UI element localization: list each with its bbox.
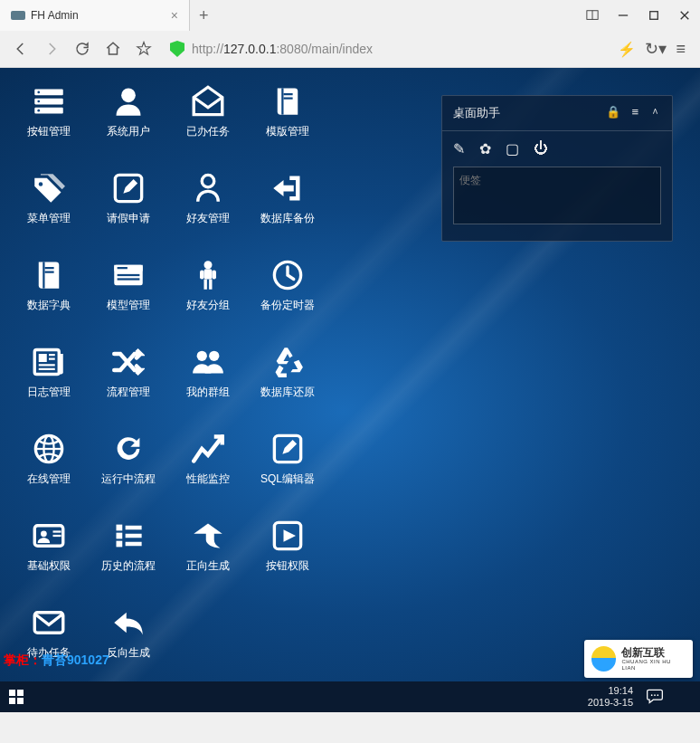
desktop-helper-panel: 桌面助手 🔒 ≡ ＾ ✎ ✿ ▢ ⏻	[441, 95, 673, 242]
desktop-icon-label: 正向生成	[186, 558, 230, 574]
desktop-icon-done-tasks[interactable]: 已办任务	[168, 84, 248, 171]
browser-tab[interactable]: FH Admin ×	[0, 0, 190, 31]
desktop-icon-label: 性能监控	[186, 472, 230, 487]
start-button[interactable]	[0, 690, 33, 704]
desktop-icon-label: 反向生成	[107, 645, 150, 661]
note-textarea[interactable]	[453, 167, 661, 224]
edit-square-icon	[270, 432, 305, 466]
desktop-icon-leave-apply[interactable]: 请假申请	[89, 171, 168, 258]
watermark-avatar-icon	[591, 646, 616, 672]
id-card-icon	[32, 519, 66, 553]
svg-point-58	[651, 694, 653, 696]
close-tab-icon[interactable]: ×	[171, 8, 178, 23]
chat-icon[interactable]	[646, 687, 664, 707]
power-icon[interactable]: ⏻	[534, 140, 548, 157]
collapse-icon[interactable]: ＾	[649, 105, 661, 121]
edit-icon[interactable]: ✎	[453, 140, 465, 157]
desktop-icon-button-manage[interactable]: 按钮管理	[9, 84, 89, 171]
desktop-icon-forward-gen[interactable]: 正向生成	[168, 519, 248, 605]
desktop-icon-button-auth[interactable]: 按钮权限	[248, 519, 327, 605]
forward-button[interactable]	[38, 35, 65, 62]
desktop-icon-history-process[interactable]: 历史的流程	[89, 519, 168, 605]
desktop-icon-online-manage[interactable]: 在线管理	[9, 432, 89, 519]
svg-rect-51	[650, 12, 658, 20]
desktop-icon-label: 日志管理	[27, 385, 71, 400]
desktop-icon-todo-tasks[interactable]: 待办任务	[9, 605, 89, 692]
tab-title: FH Admin	[31, 9, 79, 22]
line-icon	[191, 432, 225, 466]
tab-bar: FH Admin × +	[0, 0, 700, 31]
desktop-icon-label: 按钮权限	[266, 558, 309, 574]
shield-icon	[170, 41, 184, 57]
desktop-icon-reverse-gen[interactable]: 反向生成	[89, 605, 168, 692]
svg-rect-57	[17, 698, 24, 704]
male-icon	[191, 258, 225, 292]
desktop-icon-db-backup[interactable]: 数据库备份	[248, 171, 327, 258]
clock-icon	[270, 258, 305, 292]
desktop-icon-base-auth[interactable]: 基础权限	[9, 519, 89, 605]
desktop-icon-backup-timer[interactable]: 备份定时器	[248, 258, 327, 345]
refresh-icon	[111, 432, 146, 466]
reload-button[interactable]	[69, 35, 96, 62]
lock-icon[interactable]: 🔒	[606, 105, 620, 121]
desktop-icon-label: 数据库备份	[260, 211, 315, 226]
desktop-icon-process-manage[interactable]: 流程管理	[89, 345, 168, 432]
taskbar-datetime[interactable]: 19:14 2019-3-15	[588, 685, 633, 709]
window-minimize-icon[interactable]	[608, 4, 639, 27]
signin-icon	[270, 171, 305, 205]
desktop-icon-data-dict[interactable]: 数据字典	[9, 258, 89, 345]
desktop-icon-sql-editor[interactable]: SQL编辑器	[248, 432, 327, 519]
play-square-icon	[270, 519, 305, 553]
home-button[interactable]	[99, 35, 127, 62]
desktop-icon-label: 我的群组	[186, 385, 230, 400]
gear-icon[interactable]: ✿	[479, 140, 491, 157]
svg-rect-55	[17, 690, 24, 696]
desktop-icon-model-manage[interactable]: 模型管理	[89, 258, 168, 345]
window-read-mode-icon[interactable]	[577, 4, 608, 27]
desktop-icon-menu-manage[interactable]: 菜单管理	[9, 171, 89, 258]
new-tab-button[interactable]: +	[190, 6, 218, 25]
desktop-icon-label: SQL编辑器	[260, 472, 315, 487]
stop-icon[interactable]: ▢	[506, 140, 519, 157]
url-text: http://127.0.0.1:8080/main/index	[192, 42, 373, 56]
desktop-icon-label: 数据库还原	[260, 385, 315, 400]
envelope-icon	[32, 605, 66, 640]
tab-favicon-icon	[11, 11, 25, 20]
helper-title: 桌面助手	[453, 105, 606, 121]
desktop-icon-label: 数据字典	[27, 298, 71, 313]
tags-icon	[32, 171, 66, 205]
window-close-icon[interactable]	[669, 4, 700, 27]
taskbar: 19:14 2019-3-15	[0, 681, 700, 712]
favorite-button[interactable]	[130, 35, 157, 62]
desktop-icon-running-process[interactable]: 运行中流程	[89, 432, 168, 519]
list-icon[interactable]: ≡	[631, 105, 639, 121]
window-maximize-icon[interactable]	[639, 4, 669, 27]
desktop-icon-label: 请假申请	[107, 211, 150, 226]
desktop-icon-label: 菜单管理	[27, 211, 71, 226]
desktop-icon-label: 好友分组	[186, 298, 230, 313]
settings-dropdown-icon[interactable]: ↻▾	[645, 39, 667, 59]
watermark-logo: 创新互联 CHUANG XIN HU LIAN	[584, 640, 693, 678]
desktop-icon-perf-monitor[interactable]: 性能监控	[168, 432, 248, 519]
panel-icon	[111, 258, 146, 292]
desktop-icon-system-user[interactable]: 系统用户	[89, 84, 168, 171]
desktop-icon-log-manage[interactable]: 日志管理	[9, 345, 89, 432]
menu-icon[interactable]: ≡	[676, 40, 686, 59]
owner-line: 掌柜：青苔901027	[4, 653, 109, 669]
address-bar: http://127.0.0.1:8080/main/index ⚡ ↻▾ ≡	[0, 31, 700, 67]
bolt-icon[interactable]: ⚡	[618, 41, 636, 58]
back-button[interactable]	[7, 35, 34, 62]
desktop-icon-label: 基础权限	[27, 558, 71, 574]
desktop-icon-template-manage[interactable]: 模版管理	[248, 84, 327, 171]
desktop-icon-label: 运行中流程	[101, 472, 156, 487]
desktop-icon-db-restore[interactable]: 数据库还原	[248, 345, 327, 432]
desktop-icon-label: 历史的流程	[101, 558, 156, 574]
history-list-icon	[111, 519, 146, 553]
user-plus-icon	[191, 171, 225, 205]
desktop-icon-friend-group[interactable]: 好友分组	[168, 258, 248, 345]
envelope-open-icon	[191, 84, 225, 119]
desktop-icon-friend-manage[interactable]: 好友管理	[168, 171, 248, 258]
book-icon	[270, 84, 305, 119]
desktop-icon-my-groups[interactable]: 我的群组	[168, 345, 248, 432]
url-field[interactable]: http://127.0.0.1:8080/main/index	[170, 41, 614, 57]
